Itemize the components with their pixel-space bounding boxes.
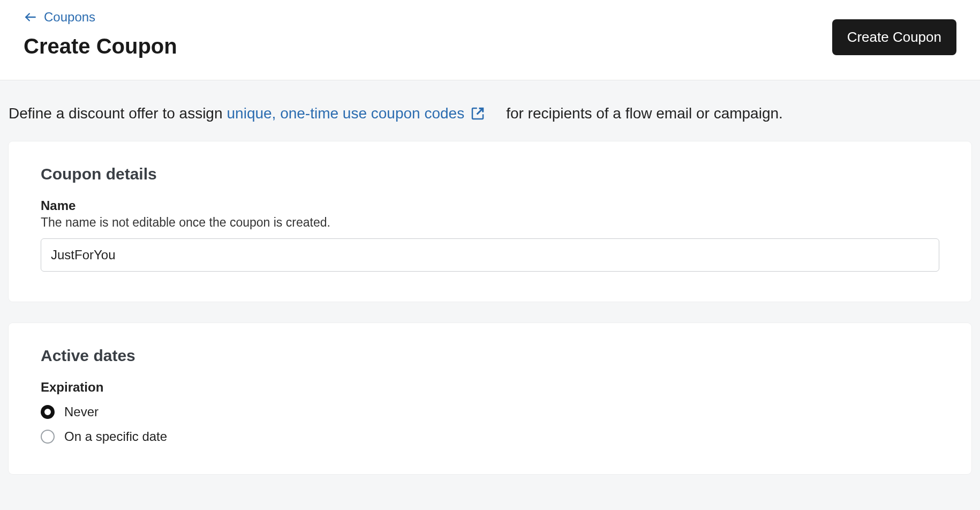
coupon-details-card: Coupon details Name The name is not edit… bbox=[9, 141, 971, 302]
external-link-icon bbox=[470, 106, 486, 122]
description-suffix: for recipients of a flow email or campai… bbox=[506, 105, 783, 122]
page-header: Coupons Create Coupon Create Coupon bbox=[0, 0, 980, 80]
expiration-radio-group: Never On a specific date bbox=[41, 404, 939, 444]
description-prefix: Define a discount offer to assign bbox=[9, 105, 223, 122]
expiration-label: Expiration bbox=[41, 380, 939, 395]
coupon-details-title: Coupon details bbox=[41, 165, 939, 183]
content-area: Define a discount offer to assign unique… bbox=[0, 80, 980, 510]
page-description: Define a discount offer to assign unique… bbox=[9, 80, 971, 141]
active-dates-title: Active dates bbox=[41, 347, 939, 365]
coupon-codes-link[interactable]: unique, one-time use coupon codes bbox=[227, 105, 486, 122]
page-title: Create Coupon bbox=[24, 34, 177, 58]
active-dates-card: Active dates Expiration Never On a speci… bbox=[9, 323, 971, 474]
expiration-option-specific-date[interactable]: On a specific date bbox=[41, 429, 939, 444]
name-input[interactable] bbox=[41, 238, 939, 272]
create-coupon-button[interactable]: Create Coupon bbox=[832, 19, 956, 55]
radio-label: Never bbox=[64, 404, 99, 419]
radio-label: On a specific date bbox=[64, 429, 167, 444]
breadcrumb-back[interactable]: Coupons bbox=[24, 10, 177, 25]
expiration-option-never[interactable]: Never bbox=[41, 404, 939, 419]
link-text: unique, one-time use coupon codes bbox=[227, 105, 465, 122]
breadcrumb-label: Coupons bbox=[44, 10, 95, 25]
name-label: Name bbox=[41, 198, 939, 213]
name-help: The name is not editable once the coupon… bbox=[41, 215, 939, 230]
header-left: Coupons Create Coupon bbox=[24, 10, 177, 58]
arrow-left-icon bbox=[24, 10, 37, 24]
radio-icon bbox=[41, 405, 55, 419]
radio-icon bbox=[41, 430, 55, 444]
